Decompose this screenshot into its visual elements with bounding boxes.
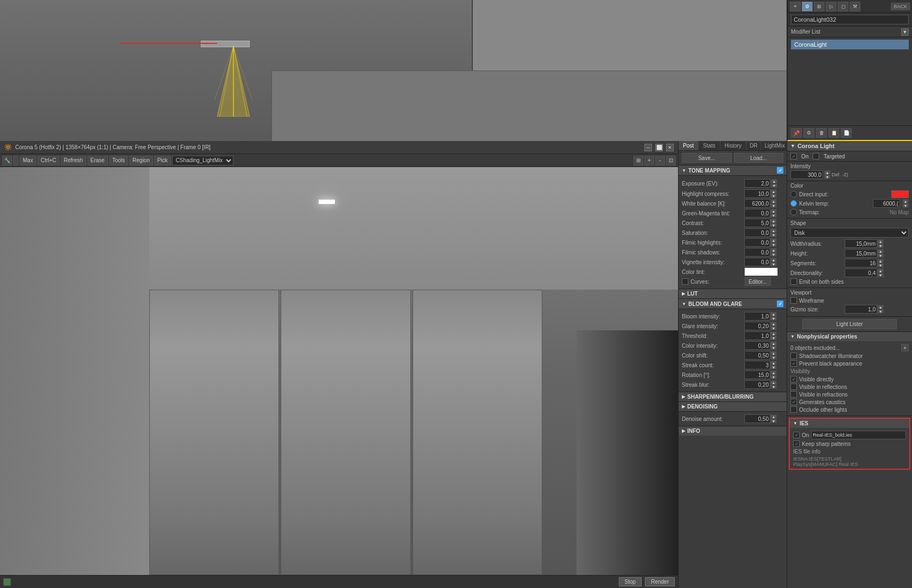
filmic-highlights-input[interactable] xyxy=(744,238,770,247)
tools-btn[interactable]: Tools xyxy=(109,156,128,165)
back-button[interactable]: BACK xyxy=(891,3,910,10)
exposure-up[interactable]: ▲ xyxy=(771,179,777,183)
width-radius-input[interactable] xyxy=(845,239,877,248)
utilities-icon[interactable]: ⚒ xyxy=(850,2,860,11)
kelvin-radio[interactable] xyxy=(790,200,797,207)
pick-btn[interactable]: Pick xyxy=(154,156,171,165)
keep-sharp-checkbox[interactable]: ✓ xyxy=(793,440,800,447)
texmap-radio[interactable] xyxy=(790,209,797,215)
cs-down[interactable]: ▼ xyxy=(770,355,777,360)
int-up[interactable]: ▲ xyxy=(824,170,831,175)
highlight-input[interactable] xyxy=(744,189,770,198)
da-down[interactable]: ▼ xyxy=(770,419,777,423)
ies-header[interactable]: ▼ IES xyxy=(790,419,909,428)
tone-mapping-header[interactable]: ▼ TONE MAPPING ✓ xyxy=(679,165,787,176)
curves-checkbox[interactable] xyxy=(682,278,688,285)
seg-down[interactable]: ▼ xyxy=(877,263,884,267)
curves-editor-btn[interactable]: Editor... xyxy=(745,277,771,286)
ci-up[interactable]: ▲ xyxy=(770,341,777,346)
zoom-in-btn[interactable]: + xyxy=(644,156,654,165)
modify-icon[interactable]: ⚙ xyxy=(802,2,813,11)
info-header[interactable]: ▶ INFO xyxy=(679,426,787,436)
configure-icon[interactable]: ⚙ xyxy=(803,128,814,138)
light-lister-btn[interactable]: Light Lister xyxy=(802,319,897,329)
tab-history[interactable]: History xyxy=(720,141,746,150)
giz-up[interactable]: ▲ xyxy=(877,305,884,309)
modifier-dropdown-btn[interactable]: ▼ xyxy=(901,28,909,36)
segments-input[interactable] xyxy=(845,259,877,267)
wr-up[interactable]: ▲ xyxy=(877,239,884,244)
th-up[interactable]: ▲ xyxy=(770,331,777,336)
dir-up[interactable]: ▲ xyxy=(877,269,884,273)
th-down[interactable]: ▼ xyxy=(770,336,777,340)
intensity-input[interactable] xyxy=(790,170,823,179)
nonphysical-header[interactable]: ▼ Nonphysical properties xyxy=(787,332,912,341)
bloom-intensity-input[interactable] xyxy=(744,312,770,321)
wireframe-checkbox[interactable] xyxy=(790,297,797,304)
seg-up[interactable]: ▲ xyxy=(877,259,884,263)
tab-post[interactable]: Post xyxy=(679,141,699,150)
visible-reflections-checkbox[interactable] xyxy=(790,384,797,390)
exposure-input[interactable] xyxy=(744,179,770,188)
gi-down[interactable]: ▼ xyxy=(770,326,777,330)
minimize-btn[interactable]: ─ xyxy=(644,144,652,151)
pin-icon[interactable]: 📌 xyxy=(791,128,802,138)
exposure-down[interactable]: ▼ xyxy=(771,183,777,188)
tab-stats[interactable]: Stats xyxy=(699,141,720,150)
height-input[interactable] xyxy=(845,249,877,258)
contrast-down[interactable]: ▼ xyxy=(770,223,777,227)
giz-down[interactable]: ▼ xyxy=(877,309,884,314)
erase-btn[interactable]: Erase xyxy=(87,156,108,165)
tab-dr[interactable]: DR xyxy=(746,141,761,150)
max-btn[interactable]: Max xyxy=(20,156,36,165)
filmic-shadows-input[interactable] xyxy=(744,248,770,257)
vig-down[interactable]: ▼ xyxy=(770,262,777,266)
paste-icon[interactable]: 📄 xyxy=(841,128,852,138)
gizmo-size-input[interactable] xyxy=(845,305,877,314)
color-tint-swatch[interactable] xyxy=(744,267,778,276)
ies-file-input[interactable] xyxy=(811,431,906,439)
int-down[interactable]: ▼ xyxy=(824,175,831,179)
contrast-input[interactable] xyxy=(744,219,770,227)
gm-down[interactable]: ▼ xyxy=(770,213,777,218)
stop-button[interactable]: Stop xyxy=(619,577,642,586)
glare-intensity-input[interactable] xyxy=(744,322,770,330)
copy-icon[interactable]: 📋 xyxy=(828,128,839,138)
fs-down[interactable]: ▼ xyxy=(770,252,777,257)
kelvin-input[interactable] xyxy=(873,199,900,208)
region-btn[interactable]: Region xyxy=(129,156,153,165)
motion-icon[interactable]: ▷ xyxy=(826,2,837,11)
occlude-lights-checkbox[interactable] xyxy=(790,406,797,413)
sat-down[interactable]: ▼ xyxy=(770,233,777,237)
copy-btn[interactable]: Ctrl+C xyxy=(37,156,60,165)
prevent-black-checkbox[interactable]: ✓ xyxy=(790,360,797,367)
color-intensity-input[interactable] xyxy=(744,341,770,350)
h-down[interactable]: ▼ xyxy=(877,253,884,258)
close-btn[interactable]: ✕ xyxy=(666,144,674,151)
direct-input-radio[interactable] xyxy=(790,191,797,197)
vignette-input[interactable] xyxy=(744,258,770,266)
highlight-down[interactable]: ▼ xyxy=(770,194,777,198)
render-button[interactable]: Render xyxy=(645,577,675,586)
visible-refractions-checkbox[interactable] xyxy=(790,391,797,398)
shadowcatcher-checkbox[interactable] xyxy=(790,353,797,359)
highlight-up[interactable]: ▲ xyxy=(770,189,777,194)
rot-up[interactable]: ▲ xyxy=(770,370,777,375)
sharpening-header[interactable]: ▶ SHARPENING/BLURRING xyxy=(679,392,787,402)
saturation-input[interactable] xyxy=(744,228,770,237)
create-icon[interactable]: + xyxy=(790,2,801,11)
modifier-item[interactable]: CoronaLight xyxy=(791,40,909,49)
refresh-btn[interactable]: Refresh xyxy=(61,156,86,165)
h-up[interactable]: ▲ xyxy=(877,249,884,253)
cs-up[interactable]: ▲ xyxy=(770,351,777,355)
lut-header[interactable]: ▶ LUT xyxy=(679,289,787,299)
sat-up[interactable]: ▲ xyxy=(770,228,777,233)
top-viewport[interactable] xyxy=(0,0,787,141)
denoise-amount-input[interactable] xyxy=(744,414,770,423)
zoom-out-btn[interactable]: - xyxy=(655,156,665,165)
corona-light-header[interactable]: ▼ Corona Light xyxy=(787,141,912,151)
display-icon[interactable]: ◻ xyxy=(838,2,848,11)
k-down[interactable]: ▼ xyxy=(902,203,909,208)
da-up[interactable]: ▲ xyxy=(770,414,777,419)
direct-color-swatch[interactable] xyxy=(891,190,909,198)
